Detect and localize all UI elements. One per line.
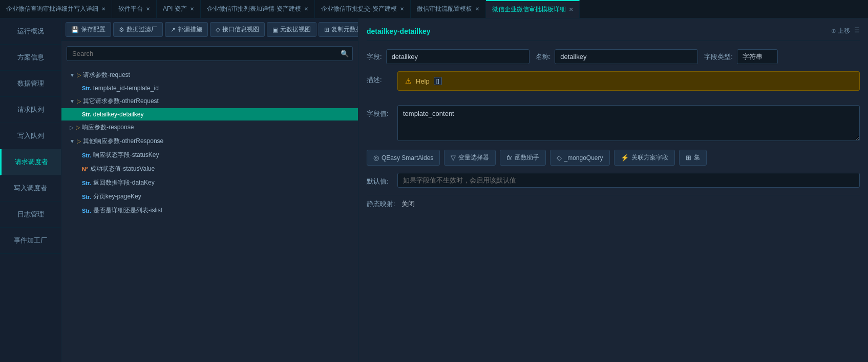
- tab-5-label: 企业微信审批提交-资产建模: [321, 5, 397, 13]
- func-helper-label: 函数助手: [515, 153, 539, 162]
- sidebar-item-write-queue[interactable]: 写入队列: [0, 123, 61, 149]
- sidebar-item-write-scheduler[interactable]: 写入调度者: [0, 175, 61, 202]
- tree-node-3-label: 其它请求参数-otherRequest: [83, 97, 159, 106]
- tab-3-close[interactable]: ✕: [190, 6, 194, 12]
- assoc-field-icon: ⚡: [621, 154, 629, 162]
- tabs-bar: 企业微信查询审批详细并写入详细 ✕ 软件平台 ✕ API 资产 ✕ 企业微信审批…: [0, 0, 868, 18]
- copy-meta-button[interactable]: ⊞ 复制元数据: [319, 22, 358, 37]
- arrow-icon-1: ▼: [70, 72, 75, 78]
- tree-node-8[interactable]: N° 成功状态值-statusValue: [61, 162, 358, 176]
- name-input[interactable]: [555, 49, 698, 64]
- sidebar-item-run-overview[interactable]: 运行概况: [0, 18, 61, 45]
- value-form-label: 字段值:: [367, 105, 397, 118]
- patch-missing-button[interactable]: ↗ 补漏措施: [165, 22, 208, 37]
- data-filter-button[interactable]: ⚙ 数据过滤厂: [113, 22, 163, 37]
- sidebar-item-log-mgmt[interactable]: 日志管理: [0, 202, 61, 228]
- tab-2[interactable]: 软件平台 ✕: [112, 0, 157, 18]
- tab-2-close[interactable]: ✕: [146, 6, 150, 12]
- name-label: 名称:: [536, 52, 551, 62]
- tab-1-close[interactable]: ✕: [101, 6, 105, 12]
- assoc-field-button[interactable]: ⚡ 关联方案字段: [614, 150, 675, 166]
- tab-4[interactable]: 企业微信审批列表加详情-资产建模 ✕: [201, 0, 315, 18]
- tab-7[interactable]: 微信企业微信审批模板详细 ✕: [486, 0, 580, 18]
- func-helper-icon: fx: [506, 154, 512, 162]
- tab-1[interactable]: 企业微信查询审批详细并写入详细 ✕: [0, 0, 112, 18]
- tree-node-7[interactable]: Str. 响应状态字段-statusKey: [61, 148, 358, 162]
- save-config-icon: 💾: [71, 26, 79, 33]
- content-area: 💾 保存配置 ⚙ 数据过滤厂 ↗ 补漏措施 ◇ 接口信息视图 ▣ 元数据视: [61, 18, 868, 362]
- sidebar-item-solution-info[interactable]: 方案信息: [0, 45, 61, 71]
- more-options-button[interactable]: ☰: [854, 27, 860, 35]
- tree-node-3[interactable]: ▼ ▷ 其它请求参数-otherRequest: [61, 94, 358, 108]
- tree-node-5[interactable]: ▷ ▷ 响应参数-response: [61, 120, 358, 134]
- mongo-query-button[interactable]: ◇ _mongoQuery: [550, 150, 610, 166]
- field-group: 字段:: [367, 49, 530, 64]
- field-input[interactable]: [386, 49, 530, 64]
- sidebar-data-mgmt-label: 数据管理: [17, 79, 44, 87]
- search-icon[interactable]: 🔍: [341, 50, 349, 57]
- tree-node-1[interactable]: ▼ ▷ 请求参数-request: [61, 68, 358, 82]
- mongo-query-label: _mongoQuery: [564, 154, 603, 162]
- tree-node-9[interactable]: Str. 返回数据字段-dataKey: [61, 176, 358, 190]
- var-select-button[interactable]: ▽ 变量选择器: [444, 150, 496, 166]
- tab-7-close[interactable]: ✕: [569, 7, 573, 12]
- tab-4-close[interactable]: ✕: [304, 6, 308, 12]
- data-filter-icon: ⚙: [119, 26, 124, 33]
- tree-node-4[interactable]: Str. detailkey-detailkey: [61, 108, 358, 120]
- sidebar: 运行概况 方案信息 数据管理 请求队列 写入队列 请求调度者 写入调度者 日志管…: [0, 18, 61, 362]
- str-icon-7: Str.: [82, 152, 91, 158]
- sidebar-write-scheduler-label: 写入调度者: [14, 184, 47, 192]
- tab-5-close[interactable]: ✕: [400, 6, 404, 12]
- sidebar-log-mgmt-label: 日志管理: [17, 210, 44, 218]
- value-textarea[interactable]: template_content: [397, 105, 860, 141]
- tab-6-close[interactable]: ✕: [475, 6, 479, 12]
- interface-view-label: 接口信息视图: [222, 25, 259, 34]
- tree-container: ▼ ▷ 请求参数-request Str. template_id-templa…: [61, 66, 358, 362]
- copy-meta-label: 复制元数据: [331, 25, 358, 34]
- tree-node-11[interactable]: Str. 是否是详细还是列表-islist: [61, 204, 358, 217]
- folder-icon-6: ▷: [77, 138, 81, 145]
- field-row: 字段: 名称: 字段类型:: [367, 49, 860, 64]
- tab-1-label: 企业微信查询审批详细并写入详细: [6, 5, 98, 13]
- save-config-button[interactable]: 💾 保存配置: [66, 22, 111, 37]
- assoc-field-label: 关联方案字段: [631, 153, 668, 162]
- tree-node-2-label: template_id-template_id: [93, 85, 159, 92]
- tab-4-label: 企业微信审批列表加详情-资产建模: [207, 5, 301, 13]
- type-input[interactable]: [737, 49, 778, 64]
- tab-6[interactable]: 微信审批流配置模板 ✕: [411, 0, 486, 18]
- tree-node-2[interactable]: Str. template_id-template_id: [61, 82, 358, 94]
- default-input[interactable]: [397, 173, 860, 188]
- left-panel: 💾 保存配置 ⚙ 数据过滤厂 ↗ 补漏措施 ◇ 接口信息视图 ▣ 元数据视: [61, 18, 358, 362]
- up-move-button[interactable]: ⊙ 上移: [831, 27, 850, 35]
- tree-node-5-label: 响应参数-response: [82, 123, 134, 132]
- interface-view-button[interactable]: ◇ 接口信息视图: [210, 22, 265, 37]
- desc-help-text: Help: [416, 77, 430, 85]
- arrow-icon-5: ▷: [70, 125, 74, 130]
- func-helper-button[interactable]: fx 函数助手: [500, 150, 545, 166]
- tab-2-label: 软件平台: [118, 5, 143, 13]
- desc-form-label: 描述:: [367, 71, 397, 85]
- tree-node-10[interactable]: Str. 分页key-pageKey: [61, 190, 358, 204]
- tab-3[interactable]: API 资产 ✕: [157, 0, 201, 18]
- collect-icon: ⊞: [686, 154, 691, 162]
- qeasy-label: QEasy SmartAides: [382, 154, 433, 162]
- sidebar-item-request-scheduler[interactable]: 请求调度者: [0, 149, 61, 175]
- warning-icon: ⚠: [405, 77, 412, 85]
- sidebar-item-event-factory[interactable]: 事件加工厂: [0, 228, 61, 254]
- collect-button[interactable]: ⊞ 集: [679, 150, 707, 166]
- tree-node-6[interactable]: ▼ ▷ 其他响应参数-otherResponse: [61, 134, 358, 148]
- tree-node-1-label: 请求参数-request: [83, 71, 130, 79]
- qeasy-button[interactable]: ◎ QEasy SmartAides: [367, 150, 440, 166]
- action-buttons: ◎ QEasy SmartAides ▽ 变量选择器 fx 函数助手 ◇ _mo…: [367, 150, 860, 166]
- search-input[interactable]: [67, 46, 353, 61]
- tree-node-10-label: 分页key-pageKey: [93, 192, 141, 201]
- meta-view-button[interactable]: ▣ 元数据视图: [267, 22, 316, 37]
- save-config-label: 保存配置: [81, 25, 105, 34]
- str-icon-9: Str.: [82, 180, 91, 186]
- static-label: 静态映射:: [367, 199, 395, 209]
- data-filter-label: 数据过滤厂: [126, 25, 157, 34]
- sidebar-item-data-mgmt[interactable]: 数据管理: [0, 71, 61, 97]
- sidebar-item-request-queue[interactable]: 请求队列: [0, 97, 61, 123]
- mongo-query-icon: ◇: [557, 154, 562, 162]
- tab-5[interactable]: 企业微信审批提交-资产建模 ✕: [315, 0, 411, 18]
